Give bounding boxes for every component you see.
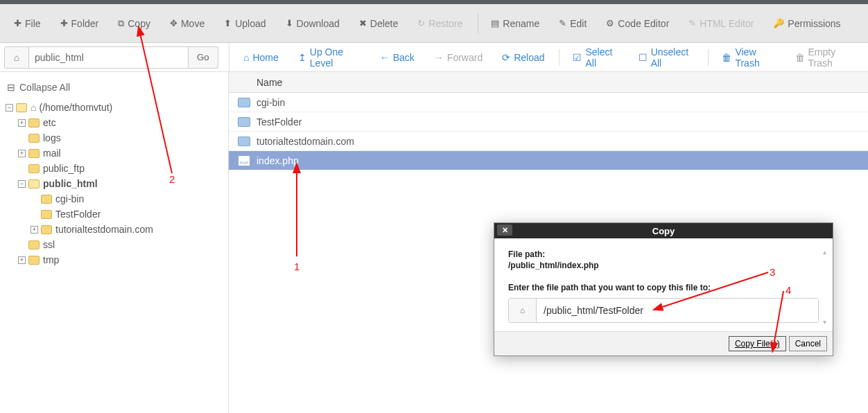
home-path-button[interactable]: ⌂ <box>4 46 29 69</box>
dialog-titlebar[interactable]: ✕ Copy <box>494 223 833 238</box>
collapse-all-button[interactable]: ⊟Collapse All <box>6 79 223 100</box>
tree-label: TestFolder <box>55 209 101 220</box>
delete-button[interactable]: ✖Delete <box>351 14 406 33</box>
copy-files-button[interactable]: Copy File(s) <box>729 336 786 351</box>
move-label: Move <box>181 18 205 29</box>
table-row-selected[interactable]: index.php <box>229 151 868 170</box>
tree-node-tmp[interactable]: +tmp <box>6 252 223 267</box>
copy-label: Copy <box>128 18 150 29</box>
download-button[interactable]: ⬇Download <box>277 14 348 33</box>
html-icon: ✎ <box>688 18 696 28</box>
unselect-all-button[interactable]: ☐Unselect All <box>632 42 701 73</box>
home-icon: ⌂ <box>31 102 36 113</box>
cancel-button[interactable]: Cancel <box>789 336 827 351</box>
file-path-label: File path: <box>508 249 819 259</box>
file-path-value: /public_html/index.php <box>508 261 819 270</box>
destination-path-row: ⌂ <box>508 298 819 323</box>
rename-button[interactable]: ▤Rename <box>483 14 548 33</box>
expand-toggle[interactable]: + <box>18 119 26 127</box>
tree-node-testfolder[interactable]: TestFolder <box>6 206 223 222</box>
select-all-button[interactable]: ☑Select All <box>566 42 625 73</box>
folder-button[interactable]: ✚Folder <box>52 14 107 33</box>
tree-label: tmp <box>43 254 59 265</box>
toolbar-separator <box>478 14 478 33</box>
download-label: Download <box>297 18 340 29</box>
tree-root[interactable]: − ⌂ (/home/thomvtut) <box>6 100 223 115</box>
back-button[interactable]: ←Back <box>373 48 422 67</box>
tree-node-ssl[interactable]: ssl <box>6 237 223 252</box>
tree-node-tutorial[interactable]: +tutorialtestdomain.com <box>6 222 223 237</box>
php-file-icon <box>238 156 250 166</box>
delete-label: Delete <box>370 18 398 29</box>
home-button[interactable]: ⌂Home <box>236 48 286 67</box>
table-row[interactable]: TestFolder <box>229 112 868 132</box>
move-button[interactable]: ✥Move <box>162 14 213 33</box>
restore-button[interactable]: ↻Restore <box>409 14 471 33</box>
restore-label: Restore <box>428 18 462 29</box>
permissions-button[interactable]: 🔑Permissions <box>765 14 849 33</box>
dialog-close-button[interactable]: ✕ <box>497 225 512 236</box>
expand-toggle[interactable]: + <box>31 226 38 234</box>
table-row[interactable]: tutorialtestdomain.com <box>229 132 868 151</box>
move-icon: ✥ <box>170 18 177 28</box>
expand-spacer <box>31 195 38 203</box>
upload-button[interactable]: ⬆Upload <box>216 14 274 33</box>
view-trash-button[interactable]: 🗑View Trash <box>715 42 782 73</box>
tree-label: public_ftp <box>43 163 85 174</box>
trash-icon: 🗑 <box>722 52 731 63</box>
folder-icon <box>238 117 250 127</box>
uncheck-icon: ☐ <box>639 52 648 63</box>
expand-toggle[interactable]: − <box>18 180 26 188</box>
path-controls: ⌂ Go <box>0 46 229 69</box>
code-editor-label: Code Editor <box>618 18 669 29</box>
edit-button[interactable]: ✎Edit <box>550 14 595 33</box>
table-row[interactable]: cgi-bin <box>229 93 868 112</box>
up-button[interactable]: ↥Up One Level <box>291 42 367 73</box>
back-icon: ← <box>380 52 390 63</box>
folder-icon <box>28 240 40 249</box>
forward-icon: → <box>434 52 444 63</box>
file-button[interactable]: ✚File <box>6 14 49 33</box>
forward-label: Forward <box>447 52 483 63</box>
empty-trash-button[interactable]: 🗑Empty Trash <box>788 42 862 73</box>
view-trash-label: View Trash <box>735 46 775 69</box>
html-editor-button[interactable]: ✎HTML Editor <box>680 14 762 33</box>
destination-home-button[interactable]: ⌂ <box>509 299 537 322</box>
path-input[interactable] <box>29 46 189 69</box>
reload-button[interactable]: ⟳Reload <box>495 48 551 67</box>
folder-open-icon <box>28 179 40 188</box>
folder-icon <box>41 225 52 234</box>
download-icon: ⬇ <box>286 18 293 28</box>
dialog-title: Copy <box>494 226 833 236</box>
forward-button[interactable]: →Forward <box>427 48 489 67</box>
tree-node-public-ftp[interactable]: public_ftp <box>6 161 223 176</box>
folder-icon <box>28 134 40 143</box>
expand-toggle[interactable]: + <box>18 150 26 157</box>
tree-node-etc[interactable]: +etc <box>6 115 223 130</box>
tree-node-logs[interactable]: logs <box>6 130 223 146</box>
code-editor-button[interactable]: ⚙Code Editor <box>598 14 677 33</box>
column-header-name[interactable]: Name <box>229 72 868 93</box>
close-icon: ✕ <box>502 226 508 235</box>
tree-node-cgi-bin[interactable]: cgi-bin <box>6 191 223 206</box>
folder-icon <box>28 149 40 158</box>
select-all-label: Select All <box>585 46 618 69</box>
destination-input[interactable] <box>537 299 818 322</box>
folder-icon <box>28 256 40 265</box>
copy-button[interactable]: ⧉Copy <box>110 14 159 33</box>
plus-icon: ✚ <box>14 18 21 28</box>
go-button[interactable]: Go <box>189 46 218 69</box>
expand-toggle[interactable]: − <box>6 104 13 112</box>
dialog-scrollbar[interactable]: ▴▾ <box>823 248 828 326</box>
restore-icon: ↻ <box>417 18 425 28</box>
home-icon: ⌂ <box>14 52 19 63</box>
expand-spacer <box>18 134 26 142</box>
file-name: index.php <box>257 155 299 166</box>
delete-icon: ✖ <box>359 18 367 28</box>
scroll-up-icon: ▴ <box>823 248 828 256</box>
tree-node-mail[interactable]: +mail <box>6 146 223 161</box>
upload-label: Upload <box>235 18 266 29</box>
expand-toggle[interactable]: + <box>18 256 26 264</box>
tree-node-public-html[interactable]: −public_html <box>6 176 223 191</box>
home-label: Home <box>252 52 278 63</box>
